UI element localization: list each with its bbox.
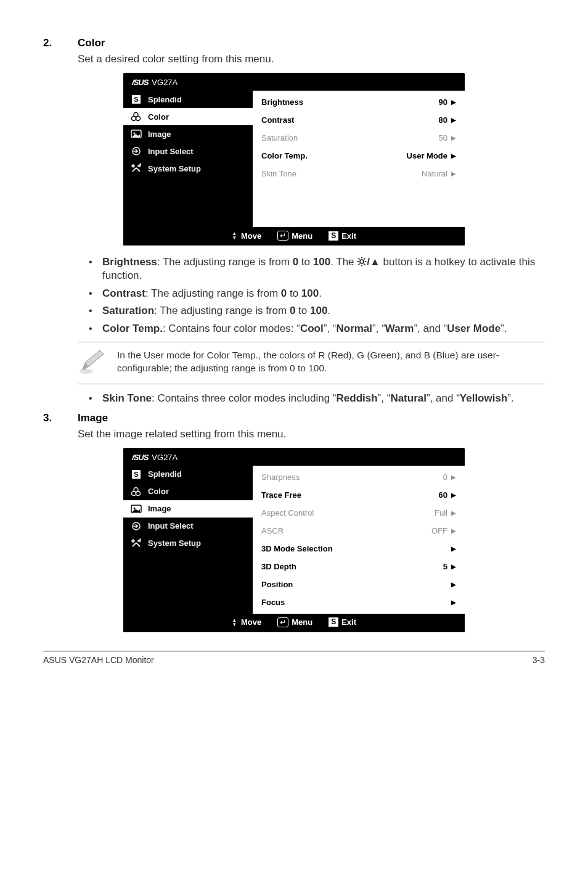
osd-option-ascr[interactable]: ASCR OFF▶ bbox=[260, 522, 457, 540]
osd-option-value: Full▶ bbox=[435, 508, 456, 518]
bullet-item: Brightness: The adjusting range is from … bbox=[102, 255, 545, 283]
osd-options: Sharpness 0▶ Trace Free 60▶ Aspect Contr… bbox=[253, 466, 465, 614]
up-down-icon bbox=[232, 618, 238, 627]
palette-icon bbox=[131, 487, 142, 497]
chevron-right-icon: ▶ bbox=[451, 134, 456, 141]
enter-icon: ↵ bbox=[277, 617, 288, 627]
osd-option-label: Skin Tone bbox=[261, 169, 296, 178]
osd-nav-label: System Setup bbox=[148, 538, 201, 548]
section-number: 3. bbox=[43, 412, 78, 424]
chevron-right-icon: ▶ bbox=[451, 510, 456, 516]
osd-nav-system-setup[interactable]: System Setup bbox=[123, 160, 253, 177]
chevron-right-icon: ▶ bbox=[451, 492, 456, 498]
osd-option-value: 80▶ bbox=[439, 115, 456, 125]
input-icon bbox=[131, 146, 142, 156]
osd-option-label: Trace Free bbox=[261, 490, 301, 500]
osd-footer: Move ↵ Menu S Exit bbox=[123, 227, 465, 245]
osd-option-trace-free[interactable]: Trace Free 60▶ bbox=[260, 486, 457, 504]
chevron-right-icon: ▶ bbox=[451, 474, 456, 481]
osd-nav-splendid[interactable]: S Splendid bbox=[123, 466, 253, 483]
osd-nav-label: Image bbox=[148, 130, 171, 139]
s-icon: S bbox=[131, 94, 142, 104]
osd-option-label: Color Temp. bbox=[261, 151, 308, 160]
chevron-right-icon: ▶ bbox=[451, 545, 456, 552]
osd-option-value: ▶ bbox=[451, 545, 456, 552]
osd-nav-label: Color bbox=[148, 112, 169, 122]
osd-option-label: Saturation bbox=[261, 133, 298, 142]
osd-menu-image: /SUSVG27A S Splendid Color Image Input S… bbox=[123, 448, 465, 632]
osd-option-label: Focus bbox=[261, 598, 285, 607]
svg-point-15 bbox=[80, 369, 93, 374]
osd-option-value: ▶ bbox=[451, 599, 456, 606]
osd-nav-input-select[interactable]: Input Select bbox=[123, 518, 253, 535]
osd-option-color-temp-[interactable]: Color Temp. User Mode▶ bbox=[260, 147, 457, 165]
osd-options: Brightness 90▶ Contrast 80▶ Saturation 5… bbox=[253, 91, 465, 227]
osd-option-label: 3D Depth bbox=[261, 562, 296, 571]
osd-option-focus[interactable]: Focus ▶ bbox=[260, 593, 457, 611]
asus-logo: /SUS bbox=[132, 78, 148, 87]
osd-footer-menu: ↵ Menu bbox=[277, 617, 312, 627]
osd-option-aspect-control[interactable]: Aspect Control Full▶ bbox=[260, 504, 457, 522]
osd-option-brightness[interactable]: Brightness 90▶ bbox=[260, 93, 457, 111]
input-icon bbox=[131, 521, 142, 531]
chevron-right-icon: ▶ bbox=[451, 563, 456, 570]
osd-nav-splendid[interactable]: S Splendid bbox=[123, 91, 253, 108]
osd-nav: S Splendid Color Image Input Select Syst… bbox=[123, 466, 253, 614]
picture-icon bbox=[131, 504, 142, 514]
osd-option-skin-tone[interactable]: Skin Tone Natural▶ bbox=[260, 165, 457, 183]
chevron-right-icon: ▶ bbox=[451, 170, 456, 177]
palette-icon bbox=[131, 112, 142, 122]
osd-nav-system-setup[interactable]: System Setup bbox=[123, 535, 253, 552]
osd-option-contrast[interactable]: Contrast 80▶ bbox=[260, 111, 457, 129]
svg-point-4 bbox=[134, 133, 136, 134]
osd-nav-label: Splendid bbox=[148, 95, 182, 104]
osd-option-label: Sharpness bbox=[261, 472, 300, 482]
footer-left: ASUS VG27AH LCD Monitor bbox=[43, 655, 154, 665]
bullet-item: Contrast: The adjusting range is from 0 … bbox=[102, 287, 545, 300]
osd-option-sharpness[interactable]: Sharpness 0▶ bbox=[260, 468, 457, 486]
osd-option-value: 0▶ bbox=[443, 472, 456, 482]
osd-model: VG27A bbox=[152, 453, 178, 462]
chevron-right-icon: ▶ bbox=[451, 152, 456, 159]
osd-nav-color[interactable]: Color bbox=[123, 483, 253, 500]
osd-nav-image[interactable]: Image bbox=[123, 125, 253, 142]
osd-footer-exit: S Exit bbox=[329, 617, 356, 627]
section-title: Image bbox=[78, 412, 108, 424]
tools-icon bbox=[131, 538, 142, 548]
osd-nav-color[interactable]: Color bbox=[123, 108, 253, 125]
chevron-right-icon: ▶ bbox=[451, 117, 456, 123]
osd-option-value: 50▶ bbox=[439, 133, 456, 142]
osd-option-saturation[interactable]: Saturation 50▶ bbox=[260, 129, 457, 147]
osd-option-value: User Mode▶ bbox=[407, 151, 456, 160]
bullet-item: Skin Tone: Contains three color modes in… bbox=[102, 392, 545, 405]
osd-option-value: Natural▶ bbox=[422, 169, 456, 178]
osd-footer-menu: ↵ Menu bbox=[277, 231, 312, 241]
note-block: In the User mode for Color Temp., the co… bbox=[78, 342, 545, 384]
osd-option-value: 5▶ bbox=[443, 562, 456, 571]
chevron-right-icon: ▶ bbox=[451, 599, 456, 606]
osd-nav-image[interactable]: Image bbox=[123, 500, 253, 518]
osd-option-position[interactable]: Position ▶ bbox=[260, 576, 457, 593]
note-text: In the User mode for Color Temp., the co… bbox=[117, 349, 545, 375]
osd-nav-label: Image bbox=[148, 504, 171, 513]
osd-option-value: ▶ bbox=[451, 581, 456, 588]
enter-icon: ↵ bbox=[277, 231, 288, 241]
osd-option-label: 3D Mode Selection bbox=[261, 544, 333, 553]
osd-nav-label: Input Select bbox=[148, 147, 194, 156]
osd-option-3d-mode-selection[interactable]: 3D Mode Selection ▶ bbox=[260, 540, 457, 558]
bullet-item: Color Temp.: Contains four color modes: … bbox=[102, 322, 545, 336]
page-footer: ASUS VG27AH LCD Monitor 3-3 bbox=[43, 651, 545, 665]
osd-nav-input-select[interactable]: Input Select bbox=[123, 142, 253, 160]
osd-nav: S Splendid Color Image Input Select Syst… bbox=[123, 91, 253, 227]
section-description: Set the image related setting from this … bbox=[78, 428, 545, 440]
osd-option-3d-depth[interactable]: 3D Depth 5▶ bbox=[260, 558, 457, 576]
pencil-icon bbox=[78, 349, 106, 377]
osd-nav-label: Color bbox=[148, 487, 169, 496]
osd-option-label: Position bbox=[261, 580, 293, 589]
svg-line-12 bbox=[364, 264, 365, 265]
osd-nav-label: Input Select bbox=[148, 521, 194, 530]
svg-line-14 bbox=[364, 258, 365, 260]
osd-option-value: 60▶ bbox=[439, 490, 456, 500]
osd-footer: Move ↵ Menu S Exit bbox=[123, 614, 465, 632]
s-icon: S bbox=[131, 469, 142, 479]
